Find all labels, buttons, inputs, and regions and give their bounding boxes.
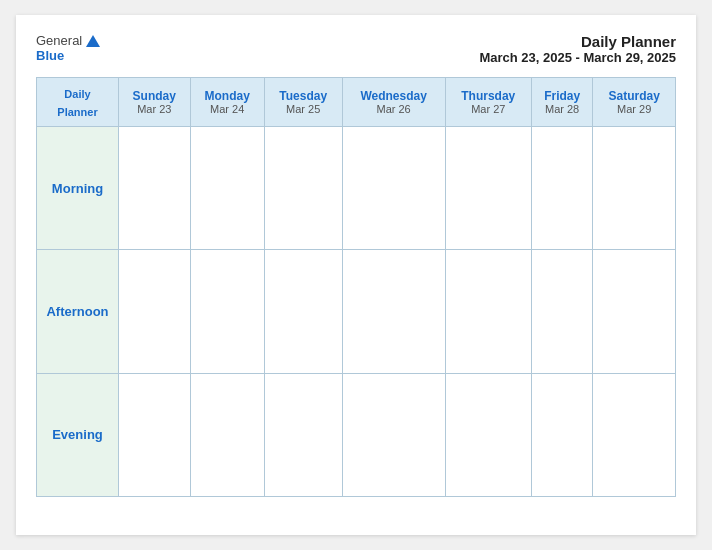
afternoon-saturday[interactable] [593, 250, 676, 373]
header-saturday: Saturday Mar 29 [593, 78, 676, 127]
header-monday: Monday Mar 24 [190, 78, 264, 127]
header-friday: Friday Mar 28 [531, 78, 593, 127]
title-area: Daily Planner March 23, 2025 - March 29,… [479, 33, 676, 65]
day-name-tuesday: Tuesday [269, 89, 338, 103]
morning-tuesday[interactable] [264, 127, 342, 250]
morning-wednesday[interactable] [342, 127, 445, 250]
header-tuesday: Tuesday Mar 25 [264, 78, 342, 127]
afternoon-monday[interactable] [190, 250, 264, 373]
logo-general: General [36, 33, 82, 48]
afternoon-sunday[interactable] [119, 250, 191, 373]
page-header: General Blue Daily Planner March 23, 202… [36, 33, 676, 65]
calendar-header-row: Daily Planner Sunday Mar 23 Monday Mar 2… [37, 78, 676, 127]
day-date-thursday: Mar 27 [450, 103, 527, 115]
header-label-text2: Planner [57, 106, 97, 118]
afternoon-tuesday[interactable] [264, 250, 342, 373]
evening-thursday[interactable] [445, 373, 531, 496]
day-name-wednesday: Wednesday [347, 89, 441, 103]
morning-label: Morning [37, 127, 119, 250]
day-date-tuesday: Mar 25 [269, 103, 338, 115]
day-date-monday: Mar 24 [195, 103, 260, 115]
logo-triangle-icon [86, 35, 100, 47]
planner-date-range: March 23, 2025 - March 29, 2025 [479, 50, 676, 65]
evening-friday[interactable] [531, 373, 593, 496]
morning-sunday[interactable] [119, 127, 191, 250]
afternoon-wednesday[interactable] [342, 250, 445, 373]
logo-blue: Blue [36, 48, 64, 63]
day-name-monday: Monday [195, 89, 260, 103]
planner-page: General Blue Daily Planner March 23, 202… [16, 15, 696, 535]
day-date-wednesday: Mar 26 [347, 103, 441, 115]
morning-row: Morning [37, 127, 676, 250]
evening-saturday[interactable] [593, 373, 676, 496]
morning-thursday[interactable] [445, 127, 531, 250]
logo: General Blue [36, 33, 100, 63]
evening-sunday[interactable] [119, 373, 191, 496]
header-label-text: Daily [64, 88, 90, 100]
calendar-table: Daily Planner Sunday Mar 23 Monday Mar 2… [36, 77, 676, 497]
evening-row: Evening [37, 373, 676, 496]
morning-saturday[interactable] [593, 127, 676, 250]
evening-tuesday[interactable] [264, 373, 342, 496]
evening-monday[interactable] [190, 373, 264, 496]
evening-wednesday[interactable] [342, 373, 445, 496]
morning-friday[interactable] [531, 127, 593, 250]
afternoon-row: Afternoon [37, 250, 676, 373]
header-wednesday: Wednesday Mar 26 [342, 78, 445, 127]
day-name-friday: Friday [536, 89, 589, 103]
afternoon-label: Afternoon [37, 250, 119, 373]
label-header: Daily Planner [37, 78, 119, 127]
header-sunday: Sunday Mar 23 [119, 78, 191, 127]
morning-monday[interactable] [190, 127, 264, 250]
afternoon-friday[interactable] [531, 250, 593, 373]
day-name-saturday: Saturday [597, 89, 671, 103]
day-date-saturday: Mar 29 [597, 103, 671, 115]
day-date-friday: Mar 28 [536, 103, 589, 115]
day-date-sunday: Mar 23 [123, 103, 186, 115]
header-thursday: Thursday Mar 27 [445, 78, 531, 127]
planner-title: Daily Planner [479, 33, 676, 50]
afternoon-thursday[interactable] [445, 250, 531, 373]
day-name-sunday: Sunday [123, 89, 186, 103]
evening-label: Evening [37, 373, 119, 496]
day-name-thursday: Thursday [450, 89, 527, 103]
